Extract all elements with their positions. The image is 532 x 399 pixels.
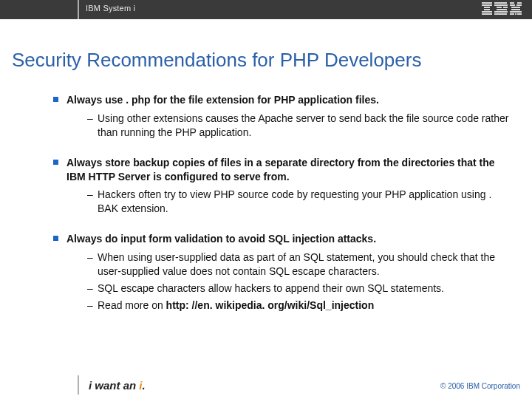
bullet-lead: Always use . php for the file extension … bbox=[52, 93, 510, 107]
svg-rect-0 bbox=[482, 2, 492, 4]
svg-rect-20 bbox=[510, 11, 514, 13]
sub-list: Using other extensions causes the Apache… bbox=[52, 112, 510, 140]
list-item: Always store backup copies of files in a… bbox=[52, 156, 510, 216]
svg-rect-1 bbox=[482, 4, 492, 6]
svg-rect-11 bbox=[494, 11, 508, 13]
sub-bullet: SQL escape characters allow hackers to a… bbox=[87, 282, 510, 296]
svg-rect-15 bbox=[510, 4, 515, 6]
svg-rect-8 bbox=[497, 7, 502, 8]
page-title: Security Recommendations for PHP Develop… bbox=[12, 49, 421, 72]
svg-rect-13 bbox=[510, 2, 514, 4]
svg-rect-3 bbox=[484, 9, 490, 10]
svg-rect-18 bbox=[516, 7, 520, 8]
top-bar: IBM System i bbox=[0, 0, 532, 19]
svg-rect-5 bbox=[482, 13, 492, 15]
svg-rect-2 bbox=[484, 7, 490, 8]
content-area: Always use . php for the file extension … bbox=[52, 93, 510, 329]
bullet-lead: Always store backup copies of files in a… bbox=[52, 156, 510, 184]
svg-rect-16 bbox=[516, 4, 522, 6]
svg-rect-9 bbox=[503, 7, 508, 8]
svg-rect-23 bbox=[510, 13, 514, 15]
svg-rect-21 bbox=[514, 11, 517, 13]
svg-rect-4 bbox=[482, 11, 492, 13]
svg-rect-12 bbox=[494, 13, 507, 15]
bottom-divider bbox=[78, 375, 79, 395]
sub-list: Hackers often try to view PHP source cod… bbox=[52, 188, 510, 216]
sub-bullet: When using user-supplied data as part of… bbox=[87, 250, 510, 279]
svg-rect-14 bbox=[517, 2, 522, 4]
svg-rect-25 bbox=[517, 13, 522, 15]
svg-rect-24 bbox=[515, 13, 516, 15]
svg-rect-19 bbox=[511, 9, 520, 10]
list-item: Always use . php for the file extension … bbox=[52, 93, 510, 140]
list-item: Always do input form validation to avoid… bbox=[52, 232, 510, 312]
tagline-suffix: . bbox=[143, 379, 146, 392]
sub-bullet: Using other extensions causes the Apache… bbox=[87, 112, 510, 140]
svg-rect-22 bbox=[517, 11, 522, 13]
bullet-lead: Always do input form validation to avoid… bbox=[52, 232, 510, 246]
slide: IBM System i bbox=[0, 0, 532, 399]
copyright: © 2006 IBM Corporation bbox=[440, 382, 520, 390]
svg-rect-6 bbox=[494, 2, 507, 4]
top-divider bbox=[78, 0, 79, 19]
tagline: i want an i. bbox=[89, 379, 146, 392]
svg-rect-7 bbox=[494, 4, 508, 6]
product-name: IBM System i bbox=[86, 4, 135, 13]
sub-bullet: Hackers often try to view PHP source cod… bbox=[87, 188, 510, 216]
svg-rect-17 bbox=[511, 7, 516, 8]
sub-bullet: Read more on http: //en. wikipedia. org/… bbox=[87, 299, 510, 313]
svg-rect-10 bbox=[497, 9, 507, 10]
tagline-prefix: i want an bbox=[89, 379, 139, 392]
sub-list: When using user-supplied data as part of… bbox=[52, 250, 510, 313]
ibm-logo-icon bbox=[482, 2, 522, 17]
